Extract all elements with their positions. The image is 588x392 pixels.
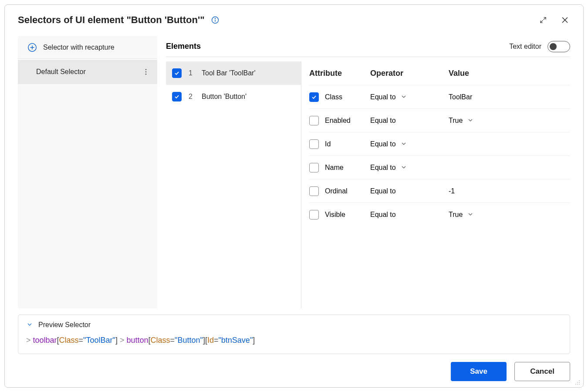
selector-token-key: Class: [59, 336, 79, 345]
elements-heading: Elements: [166, 42, 201, 51]
checkbox[interactable]: [309, 92, 319, 102]
operator-value: Equal to: [370, 117, 396, 125]
attribute-name: Enabled: [325, 117, 351, 125]
selector-dialog: Selectors of UI element "Button 'Button'…: [4, 4, 584, 388]
svg-point-11: [579, 380, 580, 381]
attribute-row: Ordinal Equal to -1: [309, 179, 570, 203]
elements-list: 1 Tool Bar 'ToolBar' 2 Button 'Button': [166, 61, 301, 308]
selector-token-gt: >: [118, 336, 127, 345]
selector-token-key: Id: [207, 336, 214, 345]
attribute-name: Class: [325, 93, 342, 101]
value-text: True: [449, 117, 463, 125]
svg-point-14: [575, 384, 576, 385]
col-value-header: Value: [449, 69, 570, 78]
element-label: Button 'Button': [202, 93, 247, 101]
attributes-panel: Attribute Operator Value Class Equal to …: [301, 61, 570, 308]
recapture-label: Selector with recapture: [43, 44, 115, 51]
svg-point-13: [579, 382, 580, 383]
element-label: Tool Bar 'ToolBar': [202, 69, 256, 77]
preview-header-label: Preview Selector: [38, 321, 91, 329]
info-icon[interactable]: [211, 16, 220, 24]
operator-value: Equal to: [370, 164, 396, 172]
expand-icon[interactable]: [538, 15, 548, 25]
chevron-down-icon[interactable]: [400, 93, 408, 101]
chevron-down-icon[interactable]: [400, 140, 408, 148]
checkbox[interactable]: [309, 210, 319, 220]
selector-token-tag: button: [126, 336, 148, 345]
element-index: 2: [189, 93, 195, 101]
checkbox[interactable]: [309, 186, 319, 196]
selector-token-eq: =: [79, 336, 84, 345]
value-text: ToolBar: [449, 93, 472, 101]
operator-select[interactable]: Equal to: [370, 164, 449, 172]
svg-point-9: [145, 71, 147, 73]
col-attribute-header: Attribute: [309, 69, 370, 78]
operator-select[interactable]: Equal to: [370, 187, 449, 195]
operator-select[interactable]: Equal to: [370, 211, 449, 219]
preview-selector-code: > toolbar[Class="ToolBar"] > button[Clas…: [26, 336, 562, 345]
value-select[interactable]: -1: [449, 187, 570, 195]
selector-token-eq: =: [214, 336, 219, 345]
selector-token-val: "btnSave": [218, 336, 253, 345]
attribute-name: Visible: [325, 211, 345, 219]
operator-value: Equal to: [370, 187, 396, 195]
plus-circle-icon: [27, 43, 37, 52]
attribute-row: Visible Equal to True: [309, 203, 570, 226]
selector-row-label: Default Selector: [36, 68, 86, 76]
checkbox[interactable]: [309, 163, 319, 172]
col-operator-header: Operator: [370, 69, 449, 78]
resize-grip-icon[interactable]: [574, 379, 581, 385]
selector-with-recapture-button[interactable]: Selector with recapture: [18, 36, 157, 59]
element-index: 1: [189, 69, 195, 77]
selector-row[interactable]: Default Selector: [18, 60, 157, 84]
selector-token-tag: toolbar: [33, 336, 57, 345]
operator-select[interactable]: Equal to: [370, 93, 449, 101]
element-row[interactable]: 1 Tool Bar 'ToolBar': [166, 61, 301, 85]
save-button[interactable]: Save: [451, 362, 507, 381]
selector-token-val: "ToolBar": [83, 336, 115, 345]
selector-token-bracket: ]: [253, 336, 255, 345]
cancel-button[interactable]: Cancel: [514, 362, 570, 381]
text-editor-label: Text editor: [509, 43, 541, 51]
close-icon[interactable]: [560, 15, 570, 25]
value-select[interactable]: True: [449, 211, 570, 219]
checkbox[interactable]: [309, 139, 319, 149]
attribute-name: Name: [325, 164, 344, 172]
chevron-down-icon[interactable]: [467, 211, 475, 219]
text-editor-toggle[interactable]: [547, 41, 570, 52]
chevron-down-icon[interactable]: [26, 321, 34, 329]
checkbox[interactable]: [172, 92, 182, 101]
value-select[interactable]: ToolBar: [449, 93, 570, 101]
operator-value: Equal to: [370, 140, 396, 148]
dialog-header: Selectors of UI element "Button 'Button'…: [18, 14, 570, 26]
value-select[interactable]: True: [449, 117, 570, 125]
selector-sidebar: Selector with recapture Default Selector: [18, 36, 157, 308]
attribute-name: Id: [325, 140, 331, 148]
attribute-name: Ordinal: [325, 187, 348, 195]
operator-value: Equal to: [370, 211, 396, 219]
chevron-down-icon[interactable]: [467, 117, 475, 125]
selector-token-key: Class: [151, 336, 170, 345]
attribute-row: Name Equal to: [309, 155, 570, 179]
dialog-title: Selectors of UI element "Button 'Button'…: [18, 14, 205, 26]
preview-selector-panel: Preview Selector > toolbar[Class="ToolBa…: [18, 314, 570, 354]
value-text: True: [449, 211, 463, 219]
chevron-down-icon[interactable]: [400, 164, 408, 172]
svg-point-10: [145, 74, 147, 75]
checkbox[interactable]: [309, 116, 319, 125]
selector-token-eq: =: [170, 336, 175, 345]
selector-token-gt: >: [26, 336, 33, 345]
operator-select[interactable]: Equal to: [370, 140, 449, 148]
svg-point-12: [577, 382, 578, 383]
svg-point-2: [215, 18, 216, 19]
selector-token-val: "Button": [175, 336, 203, 345]
element-row[interactable]: 2 Button 'Button': [166, 85, 301, 108]
value-text: -1: [449, 187, 455, 195]
svg-point-8: [145, 69, 147, 70]
operator-select[interactable]: Equal to: [370, 117, 449, 125]
more-vertical-icon[interactable]: [141, 67, 151, 77]
attribute-row: Class Equal to ToolBar: [309, 85, 570, 108]
attribute-row: Enabled Equal to True: [309, 108, 570, 132]
svg-point-16: [579, 384, 580, 385]
checkbox[interactable]: [172, 68, 182, 78]
